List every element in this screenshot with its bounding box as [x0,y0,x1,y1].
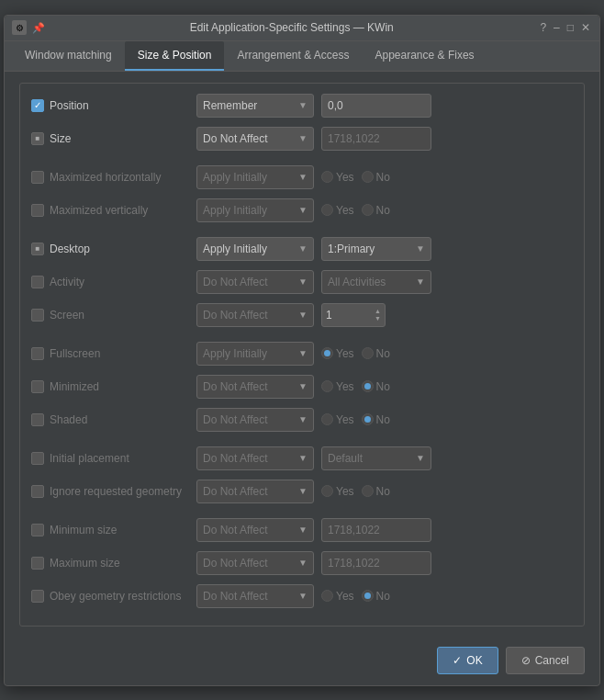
ignore-geometry-yes-radio[interactable] [321,485,333,497]
fullscreen-yes-item: Yes [321,347,354,360]
cancel-icon: ⊘ [521,654,531,667]
minimum-size-checkbox[interactable] [31,524,44,536]
maximized-v-label-area: Maximized vertically [31,204,196,217]
maximized-h-no-item: No [362,171,390,184]
pin-button[interactable]: 📌 [32,21,45,34]
maximum-size-checkbox[interactable] [31,557,44,570]
initial-placement-label: Initial placement [50,452,129,465]
row-ignore-geometry: Ignore requested geometry Do Not Affect … [31,479,573,504]
minimum-size-select-arrow: ▼ [298,525,308,535]
minimum-size-value: 1718,1022 [321,518,431,542]
shaded-select[interactable]: Do Not Affect ▼ [196,408,314,432]
window-controls: ? – □ ✕ [538,21,592,34]
maximum-size-label: Maximum size [50,557,120,570]
size-checkbox[interactable] [31,132,44,145]
obey-geometry-no-label: No [376,590,390,603]
ignore-geometry-select[interactable]: Do Not Affect ▼ [196,480,314,503]
initial-placement-value[interactable]: Default ▼ [321,446,431,470]
fullscreen-checkbox[interactable] [31,347,44,360]
maximized-v-yes-label: Yes [336,204,354,217]
maximized-v-select-arrow: ▼ [298,205,308,215]
screen-spinner-down[interactable]: ▼ [375,315,381,322]
desktop-select[interactable]: Apply Initially ▼ [196,237,314,261]
obey-geometry-label-area: Obey geometry restrictions [31,590,196,603]
maximized-h-no-label: No [376,171,390,184]
screen-label: Screen [50,309,84,322]
screen-select[interactable]: Do Not Affect ▼ [196,303,314,327]
obey-geometry-select[interactable]: Do Not Affect ▼ [196,584,314,608]
fullscreen-radio-group: Yes No [321,347,390,360]
desktop-checkbox[interactable] [31,243,44,255]
initial-placement-select[interactable]: Do Not Affect ▼ [196,446,314,470]
maximized-h-select[interactable]: Apply Initially ▼ [196,165,314,189]
obey-geometry-no-radio[interactable] [362,590,374,602]
minimized-select-arrow: ▼ [298,381,308,391]
obey-geometry-yes-item: Yes [321,590,354,603]
screen-spinner-up[interactable]: ▲ [375,308,381,314]
activity-select-arrow: ▼ [298,277,308,287]
maximized-h-radio-group: Yes No [321,171,390,184]
screen-checkbox[interactable] [31,309,44,322]
position-value[interactable]: 0,0 [321,94,431,118]
fullscreen-no-radio[interactable] [362,347,374,359]
minimized-no-radio[interactable] [362,380,374,392]
maximized-v-no-label: No [376,204,390,217]
minimized-checkbox[interactable] [31,380,44,393]
activity-value-select[interactable]: All Activities ▼ [321,270,431,294]
fullscreen-label: Fullscreen [50,347,100,360]
dialog-buttons: ✓ OK ⊘ Cancel [5,638,599,685]
obey-geometry-no-item: No [362,590,390,603]
size-label: Size [50,132,71,145]
fullscreen-yes-radio[interactable] [321,347,333,359]
tab-appearance-fixes[interactable]: Appearance & Fixes [363,41,487,71]
minimize-button[interactable]: – [552,21,562,34]
ignore-geometry-no-radio[interactable] [362,485,374,497]
activity-value-arrow: ▼ [416,277,425,287]
help-button[interactable]: ? [538,21,548,34]
tab-size-position[interactable]: Size & Position [125,41,225,71]
maximized-h-checkbox[interactable] [31,171,44,184]
shaded-yes-radio[interactable] [321,413,333,425]
close-button[interactable]: ✕ [579,21,592,34]
initial-placement-value-arrow: ▼ [416,453,425,463]
size-select[interactable]: Do Not Affect ▼ [196,127,314,151]
shaded-checkbox[interactable] [31,413,44,426]
tab-window-matching[interactable]: Window matching [12,41,125,71]
maximized-h-no-radio[interactable] [362,171,374,183]
maximized-h-yes-radio[interactable] [321,171,333,183]
obey-geometry-select-arrow: ▼ [298,591,308,601]
ok-icon: ✓ [453,654,462,667]
obey-geometry-yes-radio[interactable] [321,590,333,602]
position-checkbox[interactable] [31,99,44,112]
activity-checkbox[interactable] [31,276,44,288]
position-select[interactable]: Remember ▼ [196,94,314,118]
desktop-value-select[interactable]: 1:Primary ▼ [321,237,431,261]
fullscreen-select[interactable]: Apply Initially ▼ [196,342,314,366]
titlebar-left: ⚙ 📌 [12,20,45,35]
minimum-size-label-area: Minimum size [31,524,196,536]
maximized-v-yes-item: Yes [321,204,354,217]
maximized-v-checkbox[interactable] [31,204,44,217]
cancel-button[interactable]: ⊘ Cancel [506,647,585,674]
minimized-yes-radio[interactable] [321,380,333,392]
activity-select[interactable]: Do Not Affect ▼ [196,270,314,294]
maximum-size-select[interactable]: Do Not Affect ▼ [196,551,314,575]
app-icon: ⚙ [12,20,27,35]
size-value: 1718,1022 [321,127,431,151]
tab-arrangement-access[interactable]: Arrangement & Access [224,41,362,71]
minimized-select[interactable]: Do Not Affect ▼ [196,375,314,399]
maximized-v-no-radio[interactable] [362,204,374,216]
maximized-v-yes-radio[interactable] [321,204,333,216]
screen-spinner[interactable]: 1 ▲ ▼ [321,303,386,327]
shaded-no-radio[interactable] [362,413,374,425]
ignore-geometry-checkbox[interactable] [31,485,44,498]
ok-button[interactable]: ✓ OK [437,647,498,674]
initial-placement-checkbox[interactable] [31,452,44,465]
maximized-v-radio-group: Yes No [321,204,390,217]
row-obey-geometry: Obey geometry restrictions Do Not Affect… [31,583,573,609]
minimum-size-select[interactable]: Do Not Affect ▼ [196,518,314,542]
obey-geometry-checkbox[interactable] [31,590,44,603]
settings-panel: Position Remember ▼ 0,0 Size Do Not Affe… [19,83,585,627]
maximize-button[interactable]: □ [565,21,576,34]
maximized-v-select[interactable]: Apply Initially ▼ [196,198,314,222]
